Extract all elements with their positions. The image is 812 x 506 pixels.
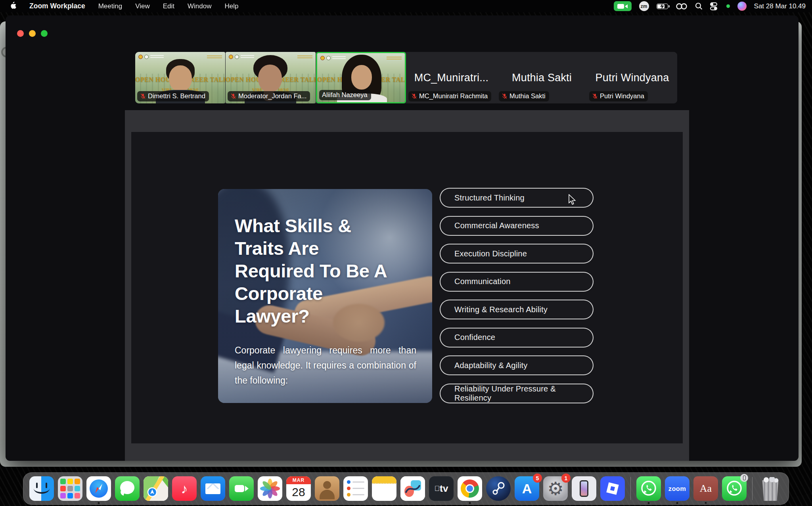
dock-steam-icon[interactable] bbox=[486, 476, 511, 501]
dock-freeform-icon[interactable] bbox=[400, 476, 425, 501]
dock-system-settings-icon[interactable]: 1 ⚙ bbox=[543, 476, 568, 501]
dock-divider bbox=[630, 477, 631, 500]
zoom-meeting-window: OPEN HOUSE CAREER TALK VBLS UI 2026 Dime… bbox=[6, 15, 799, 461]
participant-name-label: Putri Windyana bbox=[589, 91, 648, 101]
skill-pill-reliability: Reliability Under Pressure & Resiliency bbox=[440, 384, 594, 403]
menu-edit[interactable]: Edit bbox=[163, 2, 174, 10]
dock-trash-icon[interactable] bbox=[758, 476, 783, 501]
dock-iphone-mirroring-icon[interactable] bbox=[572, 476, 596, 501]
dock-apple-tv-icon[interactable]: tv bbox=[429, 476, 454, 501]
participant-tile-moderator[interactable]: OPEN HOUSE CAREER TALK VBLS UI 2026 Mode… bbox=[226, 52, 316, 103]
menu-meeting[interactable]: Meeting bbox=[98, 2, 122, 10]
status-green-dot bbox=[726, 4, 730, 8]
skills-list: Structured Thinking Commercial Awareness… bbox=[440, 188, 594, 411]
menu-window[interactable]: Window bbox=[188, 2, 211, 10]
dock-facetime-icon[interactable] bbox=[229, 476, 254, 501]
mic-muted-icon bbox=[230, 93, 236, 99]
shared-screen-stage: What Skills & Traits Are Required To Be … bbox=[125, 110, 689, 461]
dock-notes-icon[interactable] bbox=[372, 476, 396, 501]
dock-music-icon[interactable]: ♪ bbox=[172, 476, 197, 501]
dock: ♪ MAR 28 bbox=[23, 472, 789, 505]
iphone-app-badge bbox=[740, 474, 748, 482]
dock-whatsapp-icon[interactable] bbox=[636, 476, 661, 501]
dock-roblox-icon[interactable] bbox=[600, 476, 625, 501]
siri-icon[interactable] bbox=[737, 2, 747, 11]
app-store-notification-badge: 5 bbox=[533, 474, 542, 483]
dock-contacts-icon[interactable] bbox=[315, 476, 339, 501]
mic-muted-icon bbox=[140, 93, 146, 99]
menu-bar: Zoom Workplace Meeting View Edit Window … bbox=[0, 0, 812, 12]
minimize-window-button[interactable] bbox=[29, 30, 36, 37]
music-note-glyph: ♪ bbox=[181, 481, 188, 496]
skill-pill-communication: Communication bbox=[440, 272, 594, 292]
skill-pill-writing-research: Writing & Research Ability bbox=[440, 300, 594, 319]
dock-app-store-icon[interactable]: 5 A bbox=[515, 476, 539, 501]
dock-mail-icon[interactable] bbox=[201, 476, 225, 501]
dock-divider bbox=[752, 477, 753, 500]
participant-name-label: Dimettri S. Bertrand bbox=[137, 91, 209, 101]
mic-muted-icon bbox=[411, 93, 417, 99]
slide-title: What Skills & Traits Are Required To Be … bbox=[235, 214, 416, 327]
dock-safari-icon[interactable] bbox=[86, 476, 111, 501]
zoom-window-button[interactable] bbox=[41, 30, 48, 37]
battery-charging-icon[interactable] bbox=[657, 4, 668, 9]
dock-chrome-icon[interactable] bbox=[458, 476, 482, 501]
menu-help[interactable]: Help bbox=[224, 2, 238, 10]
linked-devices-icon[interactable] bbox=[676, 3, 688, 10]
settings-notification-badge: 1 bbox=[561, 474, 571, 483]
participants-strip: OPEN HOUSE CAREER TALK VBLS UI 2026 Dime… bbox=[135, 52, 677, 103]
close-window-button[interactable] bbox=[17, 30, 24, 37]
dock-finder-icon[interactable] bbox=[29, 476, 54, 501]
slide-body-text: Corporate lawyering requires more than l… bbox=[235, 343, 416, 388]
participant-name-label: MC_Muniratri Rachmita bbox=[408, 91, 491, 101]
skill-pill-execution-discipline: Execution Discipline bbox=[440, 244, 594, 264]
dock-whatsapp-iphone-icon[interactable] bbox=[722, 476, 747, 501]
participant-tile-aliifah-active-speaker[interactable]: OPEN HOUSE CAREER TALK VBLS UI 2026 Alii… bbox=[316, 52, 406, 103]
participant-name-label: Muthia Sakti bbox=[499, 91, 549, 101]
dock-maps-icon[interactable] bbox=[144, 476, 168, 501]
desktop: Zoom Workplace Meeting View Edit Window … bbox=[0, 0, 812, 506]
slide-image-card: What Skills & Traits Are Required To Be … bbox=[218, 189, 432, 403]
skill-pill-adaptability: Adaptability & Agility bbox=[440, 355, 594, 375]
participant-tile-dimettri[interactable]: OPEN HOUSE CAREER TALK VBLS UI 2026 Dime… bbox=[135, 52, 225, 103]
dock-calendar-icon[interactable]: MAR 28 bbox=[286, 476, 311, 501]
mouse-cursor bbox=[568, 194, 577, 208]
camera-active-icon[interactable] bbox=[614, 1, 632, 11]
menu-app-name[interactable]: Zoom Workplace bbox=[29, 2, 85, 10]
control-center-icon[interactable] bbox=[710, 2, 719, 10]
participant-name-label: Moderator_Jordan Fa... bbox=[228, 91, 310, 101]
skill-pill-confidence: Confidence bbox=[440, 328, 594, 348]
spotlight-search-icon[interactable] bbox=[695, 2, 703, 10]
participant-tile-putri[interactable]: Putri Windyana Putri Windyana bbox=[587, 52, 677, 103]
window-controls bbox=[17, 30, 48, 37]
mic-muted-icon bbox=[502, 93, 508, 99]
dock-launchpad-icon[interactable] bbox=[58, 476, 82, 501]
presentation-slide: What Skills & Traits Are Required To Be … bbox=[131, 132, 683, 443]
zoom-status-icon[interactable]: zm bbox=[639, 1, 649, 11]
skill-pill-commercial-awareness: Commercial Awareness bbox=[440, 216, 594, 236]
menu-view[interactable]: View bbox=[135, 2, 150, 10]
participant-tile-mc-muniratri[interactable]: MC_Muniratri... MC_Muniratri Rachmita bbox=[406, 52, 496, 103]
dock-photos-icon[interactable] bbox=[258, 476, 282, 501]
participant-tile-muthia[interactable]: Muthia Sakti Muthia Sakti bbox=[497, 52, 587, 103]
dock-reminders-icon[interactable] bbox=[343, 476, 368, 501]
mic-muted-icon bbox=[592, 93, 598, 99]
participant-name-label: Aliifah Nazeeya bbox=[319, 90, 371, 100]
apple-menu-icon[interactable] bbox=[10, 2, 16, 11]
dock-dictionary-icon[interactable]: Aa bbox=[693, 476, 718, 501]
dock-zoom-icon[interactable]: zoom bbox=[665, 476, 689, 501]
dock-messages-icon[interactable] bbox=[115, 476, 140, 501]
menu-bar-clock[interactable]: Sat 28 Mar 10.49 bbox=[754, 2, 806, 10]
